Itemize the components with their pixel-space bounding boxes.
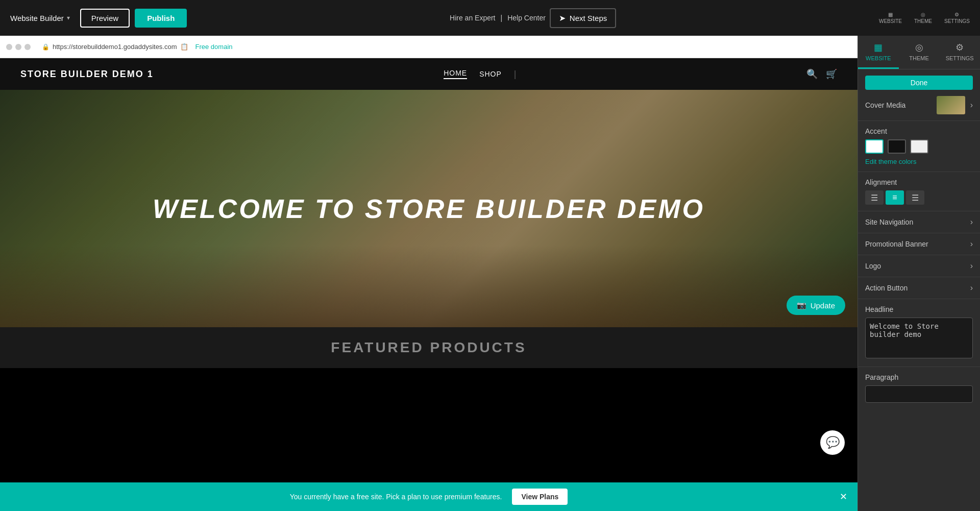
- url-text: https://storebuilddemo1.godaddysites.com: [53, 43, 177, 51]
- paragraph-label: Paragraph: [865, 373, 973, 381]
- hero-section: WELCOME TO STORE BUILDER DEMO 📷 Update: [0, 90, 857, 327]
- browser-dot-red: [6, 44, 12, 50]
- search-icon[interactable]: 🔍: [806, 68, 818, 80]
- logo-label: Logo: [865, 262, 881, 270]
- tab-theme[interactable]: ◎ THEME: [899, 36, 940, 69]
- cover-media-label: Cover Media: [865, 101, 905, 109]
- top-bar: Website Builder ▾ Preview Publish Hire a…: [0, 0, 980, 36]
- topbar-center: Hire an Expert | Help Center ➤ Next Step…: [187, 8, 879, 28]
- next-steps-icon: ➤: [559, 13, 566, 23]
- settings-tab-icon[interactable]: ⚙ SETTINGS: [944, 12, 970, 24]
- settings-tab-label: SETTINGS: [944, 18, 970, 24]
- chat-bubble[interactable]: 💬: [820, 430, 845, 455]
- settings-icon: ⚙: [954, 12, 959, 17]
- action-button-label: Action Button: [865, 284, 908, 292]
- align-left-button[interactable]: ☰: [865, 190, 884, 205]
- settings-panel-icon: ⚙: [955, 42, 964, 53]
- website-tab-icon[interactable]: ▦ WEBSITE: [879, 12, 902, 24]
- nav-shop[interactable]: SHOP: [479, 70, 502, 78]
- site-navigation-row[interactable]: Site Navigation ›: [858, 211, 980, 233]
- alignment-buttons: ☰ ≡ ☰: [865, 190, 973, 205]
- action-button-chevron-icon: ›: [970, 283, 973, 293]
- publish-button[interactable]: Publish: [135, 9, 187, 28]
- cover-media-chevron-icon: ›: [970, 101, 973, 110]
- alignment-label: Alignment: [865, 178, 973, 186]
- promotional-banner-row[interactable]: Promotional Banner ›: [858, 233, 980, 255]
- tab-theme-label: THEME: [909, 55, 929, 61]
- view-plans-button[interactable]: View Plans: [512, 489, 568, 505]
- browser-url: 🔒 https://storebuilddemo1.godaddysites.c…: [42, 43, 845, 51]
- tab-settings[interactable]: ⚙ SETTINGS: [939, 36, 980, 69]
- accent-label: Accent: [865, 127, 973, 135]
- accent-swatch-white[interactable]: [865, 139, 884, 154]
- app-title-text: Website Builder: [10, 14, 64, 22]
- tab-website-label: WEBSITE: [866, 55, 891, 61]
- hire-expert-link[interactable]: Hire an Expert: [450, 14, 495, 22]
- accent-swatches: [865, 139, 973, 154]
- bottom-bar-message: You currently have a free site. Pick a p…: [290, 493, 502, 501]
- alignment-section: Alignment ☰ ≡ ☰: [858, 172, 980, 211]
- hero-headline: WELCOME TO STORE BUILDER DEMO: [153, 193, 705, 224]
- help-center-link[interactable]: Help Center: [507, 14, 546, 22]
- website-panel-icon: ▦: [874, 42, 883, 53]
- lock-icon: 🔒: [42, 43, 50, 51]
- tab-settings-label: SETTINGS: [946, 55, 974, 61]
- bottom-notification-bar: You currently have a free site. Pick a p…: [0, 482, 857, 511]
- paragraph-input[interactable]: [865, 385, 973, 403]
- cover-media-row[interactable]: Cover Media ›: [858, 90, 980, 121]
- accent-swatch-light[interactable]: [910, 139, 928, 154]
- browser-dot-green: [24, 44, 31, 50]
- headline-label: Headline: [865, 305, 973, 313]
- site-navbar: STORE BUILDER DEMO 1 HOME SHOP | 🔍 🛒: [0, 58, 857, 90]
- site-logo: STORE BUILDER DEMO 1: [20, 69, 154, 80]
- site-navigation-label: Site Navigation: [865, 218, 913, 226]
- browser-dot-yellow: [15, 44, 21, 50]
- links-separator: |: [501, 14, 503, 22]
- update-button[interactable]: 📷 Update: [787, 296, 845, 315]
- logo-chevron-icon: ›: [970, 261, 973, 271]
- topbar-links: Hire an Expert | Help Center: [450, 14, 546, 22]
- right-panel: ▦ WEBSITE ◎ THEME ⚙ SETTINGS Done Cover …: [857, 36, 980, 511]
- app-title[interactable]: Website Builder ▾: [10, 14, 70, 22]
- action-button-row[interactable]: Action Button ›: [858, 277, 980, 299]
- align-center-button[interactable]: ≡: [886, 190, 904, 205]
- website-icon: ▦: [888, 12, 893, 17]
- cart-icon[interactable]: 🛒: [826, 68, 837, 80]
- accent-section: Accent Edit theme colors: [858, 121, 980, 172]
- featured-title: FEATURED PRODUCTS: [331, 339, 526, 356]
- promotional-banner-label: Promotional Banner: [865, 240, 928, 248]
- tab-website[interactable]: ▦ WEBSITE: [858, 36, 899, 69]
- panel-tabs: ▦ WEBSITE ◎ THEME ⚙ SETTINGS: [858, 36, 980, 69]
- topbar-right: ▦ WEBSITE ◎ THEME ⚙ SETTINGS: [879, 12, 970, 24]
- site-preview: STORE BUILDER DEMO 1 HOME SHOP | 🔍 🛒 WEL…: [0, 58, 857, 482]
- headline-textarea[interactable]: Welcome to Store builder demo: [865, 318, 973, 358]
- accent-swatch-black[interactable]: [888, 139, 906, 154]
- theme-panel-icon: ◎: [915, 42, 923, 53]
- main-layout: 🔒 https://storebuilddemo1.godaddysites.c…: [0, 36, 980, 511]
- next-steps-button[interactable]: ➤ Next Steps: [550, 8, 616, 28]
- update-icon: 📷: [797, 301, 806, 310]
- paragraph-section: Paragraph: [858, 367, 980, 409]
- update-label: Update: [811, 301, 835, 310]
- promotional-banner-chevron-icon: ›: [970, 239, 973, 249]
- free-domain-label[interactable]: Free domain: [195, 43, 233, 51]
- align-right-button[interactable]: ☰: [906, 190, 924, 205]
- copy-icon[interactable]: 📋: [180, 43, 188, 51]
- canvas-area: 🔒 https://storebuilddemo1.godaddysites.c…: [0, 36, 857, 511]
- edit-theme-link[interactable]: Edit theme colors: [865, 158, 973, 165]
- featured-section: FEATURED PRODUCTS: [0, 327, 857, 368]
- next-steps-label: Next Steps: [570, 14, 607, 22]
- logo-row[interactable]: Logo ›: [858, 255, 980, 277]
- theme-tab-label: THEME: [914, 18, 932, 24]
- site-nav-links: HOME SHOP |: [444, 69, 516, 80]
- theme-tab-icon[interactable]: ◎ THEME: [914, 12, 932, 24]
- nav-home[interactable]: HOME: [444, 69, 467, 79]
- site-nav-icons: 🔍 🛒: [806, 68, 837, 80]
- browser-dots: [6, 44, 31, 50]
- done-button[interactable]: Done: [865, 76, 973, 90]
- close-bar-icon[interactable]: ✕: [840, 491, 847, 502]
- website-tab-label: WEBSITE: [879, 18, 902, 24]
- hero-people-overlay: [0, 246, 857, 327]
- app-title-chevron: ▾: [67, 14, 70, 21]
- preview-button[interactable]: Preview: [80, 9, 130, 28]
